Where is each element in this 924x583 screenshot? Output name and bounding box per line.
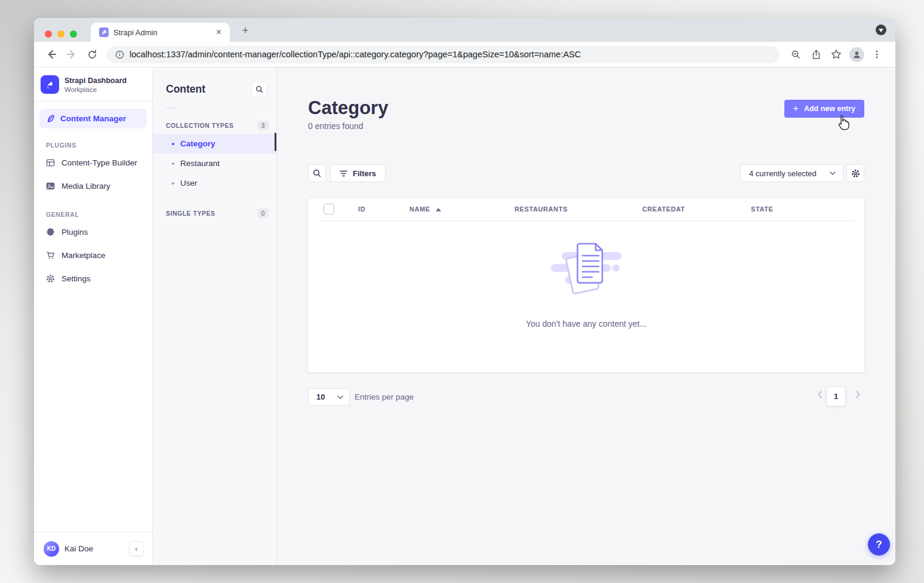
filter-icon [340, 170, 347, 177]
minimize-window-button[interactable] [57, 30, 64, 38]
workspace-name: Strapi Dashboard [64, 76, 127, 85]
help-button[interactable]: ? [868, 533, 890, 556]
new-tab-button[interactable]: + [238, 23, 252, 38]
page-number-button[interactable]: 1 [827, 387, 845, 406]
page-title: Category [308, 97, 388, 119]
table-search-button[interactable] [308, 164, 326, 182]
fields-selected-label: 4 currently selected [749, 169, 817, 178]
sidebar-item-marketplace[interactable]: Marketplace [34, 244, 152, 267]
browser-tab-strip: Strapi Admin × + [34, 18, 895, 42]
page-size-select[interactable]: 10 [308, 388, 350, 406]
entries-per-page-label: Entries per page [355, 392, 414, 401]
fields-selected-dropdown[interactable]: 4 currently selected [740, 164, 843, 182]
sidebar-item-media-library[interactable]: Media Library [34, 174, 152, 198]
browser-menu-indicator-icon[interactable] [876, 24, 886, 35]
sidebar-item-label: Content-Type Builder [61, 158, 137, 167]
forward-icon[interactable] [63, 46, 80, 63]
collection-types-header: COLLECTION TYPES [166, 122, 234, 129]
subnav-search-button[interactable] [251, 81, 267, 97]
strapi-admin-app: Strapi Dashboard Workplace Content Manag… [34, 67, 895, 565]
table-settings-button[interactable] [846, 164, 864, 182]
subnav-scrollbar[interactable] [275, 133, 276, 151]
next-page-icon[interactable] [855, 390, 861, 400]
subnav-item-category[interactable]: Category [153, 134, 276, 154]
sidebar-item-label: Media Library [61, 182, 110, 191]
bookmark-star-icon[interactable] [828, 46, 845, 63]
user-name: Kai Doe [64, 544, 93, 553]
sidebar-item-content-manager[interactable]: Content Manager [39, 109, 147, 128]
subnav-title: Content [166, 83, 205, 96]
picture-icon [46, 182, 55, 191]
subnav-item-restaurant[interactable]: Restaurant [153, 154, 276, 173]
sidebar-item-plugins[interactable]: Plugins [34, 220, 152, 244]
bullet-icon [172, 162, 174, 165]
puzzle-icon [46, 228, 55, 237]
browser-menu-icon[interactable] [868, 46, 885, 63]
sidebar-item-label: Marketplace [61, 251, 106, 260]
empty-documents-illustration-icon [547, 240, 625, 300]
chevron-down-icon [830, 171, 836, 175]
sort-ascending-icon [436, 208, 441, 211]
sidebar-item-label: Plugins [61, 228, 88, 237]
add-new-entry-label: Add new entry [804, 105, 855, 113]
table-header-row: ID NAME RESTAURANTS CREATEDAT STATE [308, 198, 864, 220]
entries-count: 0 entries found [308, 121, 364, 131]
empty-state: You don't have any content yet... [308, 240, 864, 329]
previous-page-icon[interactable] [817, 390, 823, 400]
main-content: Category 0 entries found + Add new entry… [277, 67, 895, 565]
feather-pen-icon [46, 114, 55, 123]
workspace-subtitle: Workplace [64, 86, 127, 93]
browser-tab[interactable]: Strapi Admin × [91, 23, 230, 42]
sidebar-item-content-type-builder[interactable]: Content-Type Builder [34, 151, 152, 174]
layout-icon [46, 158, 55, 167]
column-header-createdat[interactable]: CREATEDAT [642, 205, 685, 213]
user-avatar[interactable]: KD [44, 541, 59, 557]
zoom-icon[interactable] [787, 46, 804, 63]
plus-icon: + [793, 104, 799, 113]
filters-button[interactable]: Filters [330, 164, 386, 182]
site-info-icon[interactable] [115, 50, 124, 59]
url-text: localhost:1337/admin/content-manager/col… [130, 50, 581, 59]
tab-title: Strapi Admin [113, 28, 214, 37]
strapi-favicon-icon [99, 27, 109, 37]
gear-icon [851, 169, 860, 178]
browser-window: Strapi Admin × + localhost:1337/admin/co… [34, 18, 895, 565]
profile-avatar[interactable] [848, 46, 865, 63]
add-new-entry-button[interactable]: + Add new entry [784, 100, 864, 118]
tab-close-icon[interactable]: × [214, 26, 224, 38]
subnav-item-label: Category [180, 139, 215, 148]
subnav-item-user[interactable]: User [153, 173, 276, 193]
page-size-value: 10 [316, 392, 325, 401]
strapi-logo-icon [41, 75, 59, 94]
sidebar-section-general: GENERAL [34, 198, 152, 220]
reload-icon[interactable] [84, 46, 100, 63]
bullet-icon [172, 182, 174, 185]
empty-state-message: You don't have any content yet... [526, 319, 646, 329]
share-icon[interactable] [808, 46, 824, 63]
sidebar-item-label: Content Manager [60, 114, 126, 123]
column-header-restaurants[interactable]: RESTAURANTS [515, 205, 568, 213]
close-window-button[interactable] [45, 30, 52, 38]
table-header-divider [318, 220, 855, 221]
single-types-count-badge: 0 [257, 208, 269, 218]
collection-types-count-badge: 3 [257, 121, 269, 130]
url-bar[interactable]: localhost:1337/admin/content-manager/col… [107, 46, 780, 63]
column-header-state[interactable]: STATE [751, 205, 773, 213]
maximize-window-button[interactable] [70, 30, 77, 38]
workspace-brand[interactable]: Strapi Dashboard Workplace [34, 67, 152, 101]
subnav-item-label: User [180, 179, 198, 188]
subnav-item-label: Restaurant [180, 159, 220, 168]
sidebar-section-plugins: PLUGINS [34, 128, 152, 151]
shopping-cart-icon [46, 251, 55, 260]
sidebar-user-row: KD Kai Doe ‹ [34, 532, 152, 565]
sidebar-item-settings[interactable]: Settings [34, 267, 152, 290]
column-header-name[interactable]: NAME [409, 205, 441, 213]
select-all-checkbox[interactable] [324, 204, 334, 214]
collapse-sidebar-button[interactable]: ‹ [129, 541, 144, 556]
gear-icon [46, 274, 55, 283]
search-icon [313, 169, 321, 177]
chevron-down-icon [337, 395, 343, 399]
column-header-id[interactable]: ID [358, 205, 365, 213]
filters-label: Filters [353, 169, 376, 178]
back-icon[interactable] [43, 46, 60, 63]
